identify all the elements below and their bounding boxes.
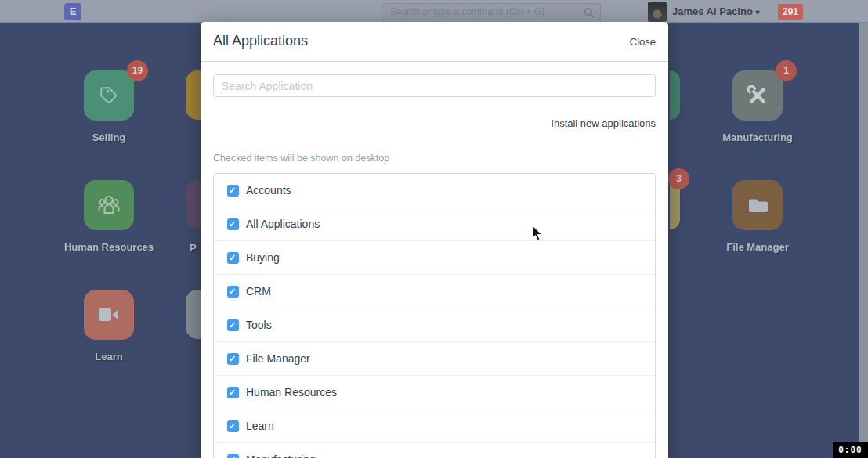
page-scrollbar[interactable] (859, 23, 868, 458)
folder-icon (732, 180, 783, 230)
tools-icon (732, 70, 783, 121)
list-item-learn[interactable]: ✓ Learn (214, 409, 655, 443)
application-list: ✓ Accounts ✓ All Applications ✓ Buying ✓… (213, 173, 656, 458)
mouse-cursor (531, 225, 544, 245)
list-item-label: All Applications (246, 218, 320, 230)
notifications-badge[interactable]: 291 (778, 4, 803, 20)
desktop-app-learn[interactable]: Learn (59, 290, 159, 362)
desktop-app-selling[interactable]: 19 Selling (59, 70, 159, 143)
video-camera-icon (84, 290, 134, 340)
partial-app-icon[interactable] (670, 70, 680, 120)
install-row: Install new applications (213, 116, 656, 130)
all-applications-dialog: All Applications Close Install new appli… (201, 22, 668, 458)
checkbox[interactable]: ✓ (227, 286, 239, 298)
check-icon: ✓ (229, 420, 236, 432)
list-item-all-applications[interactable]: ✓ All Applications (214, 207, 655, 241)
list-item-buying[interactable]: ✓ Buying (214, 241, 655, 275)
list-item-file-manager[interactable]: ✓ File Manager (214, 342, 655, 376)
check-icon: ✓ (229, 252, 236, 264)
list-item-crm[interactable]: ✓ CRM (214, 275, 655, 308)
list-item-label: Buying (246, 251, 280, 264)
list-item-label: CRM (246, 285, 271, 298)
list-item-accounts[interactable]: ✓ Accounts (214, 174, 655, 207)
global-search-input[interactable] (382, 4, 600, 20)
partial-app-icon[interactable] (186, 70, 201, 120)
tag-icon (84, 70, 134, 121)
notification-badge: 1 (776, 60, 797, 81)
checkbox[interactable]: ✓ (227, 387, 239, 398)
partial-app-icon[interactable] (186, 180, 201, 229)
app-label: Learn (59, 351, 159, 362)
check-icon: ✓ (229, 454, 236, 458)
list-item-label: Manufacturing (246, 453, 316, 458)
desktop-app-manufacturing[interactable]: 1 Manufacturing (707, 70, 808, 143)
app-label: File Manager (707, 241, 808, 253)
desktop-app-human-resources[interactable]: Human Resources (59, 180, 159, 253)
search-icon (584, 7, 595, 22)
app-logo[interactable]: E (64, 3, 81, 20)
checkbox[interactable]: ✓ (227, 218, 239, 230)
checkbox[interactable]: ✓ (227, 185, 239, 197)
list-item-manufacturing[interactable]: ✓ Manufacturing (214, 443, 655, 458)
navbar: E James Al Pacino ▾ 291 (0, 0, 868, 23)
dialog-title: All Applications (213, 33, 308, 49)
checkbox[interactable]: ✓ (227, 454, 239, 458)
list-item-label: Tools (246, 319, 272, 331)
list-item-label: Human Resources (246, 386, 337, 398)
notification-badge: 3 (668, 168, 689, 189)
list-item-human-resources[interactable]: ✓ Human Resources (214, 376, 655, 409)
user-avatar[interactable] (648, 2, 667, 22)
checkbox[interactable]: ✓ (227, 353, 239, 365)
partial-app-label: P (190, 242, 197, 254)
check-icon: ✓ (229, 353, 236, 365)
partial-app-icon[interactable] (186, 290, 201, 339)
close-button[interactable]: Close (630, 36, 656, 48)
people-icon (84, 180, 134, 230)
chevron-down-icon: ▾ (755, 8, 759, 16)
user-name-label: James Al Pacino (672, 5, 753, 17)
app-label: Human Resources (59, 241, 159, 253)
checked-items-hint: Checked items will be shown on desktop (213, 153, 656, 164)
check-icon: ✓ (229, 218, 236, 230)
global-search (382, 3, 601, 20)
app-label: Manufacturing (707, 132, 808, 143)
list-item-tools[interactable]: ✓ Tools (214, 308, 655, 342)
check-icon: ✓ (229, 387, 236, 398)
screen: E James Al Pacino ▾ 291 19 Selling Human… (0, 0, 868, 458)
list-item-label: Learn (246, 420, 274, 432)
checkbox[interactable]: ✓ (227, 252, 239, 264)
dialog-header: All Applications Close (201, 22, 668, 62)
desktop-app-file-manager[interactable]: File Manager (707, 180, 808, 253)
notification-badge: 19 (127, 60, 148, 81)
checkbox[interactable]: ✓ (227, 420, 239, 432)
list-item-label: Accounts (246, 184, 291, 197)
dialog-body: Install new applications Checked items w… (201, 62, 668, 458)
install-new-applications-link[interactable]: Install new applications (551, 117, 656, 129)
app-label: Selling (59, 132, 159, 143)
check-icon: ✓ (229, 319, 236, 331)
check-icon: ✓ (229, 185, 236, 197)
check-icon: ✓ (229, 286, 236, 298)
application-search-input[interactable] (213, 74, 656, 97)
user-menu[interactable]: James Al Pacino ▾ (672, 5, 760, 17)
list-item-label: File Manager (246, 352, 310, 365)
recording-timer: 0:00 (833, 442, 868, 458)
checkbox[interactable]: ✓ (227, 319, 239, 331)
